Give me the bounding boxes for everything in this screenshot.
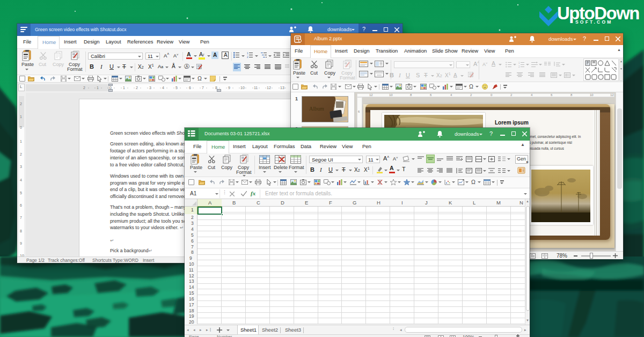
- svg-text:1: 1: [247, 52, 248, 55]
- svg-text:2: 2: [518, 65, 520, 68]
- svg-text:2: 2: [247, 56, 248, 58]
- svg-text:1: 1: [518, 62, 520, 64]
